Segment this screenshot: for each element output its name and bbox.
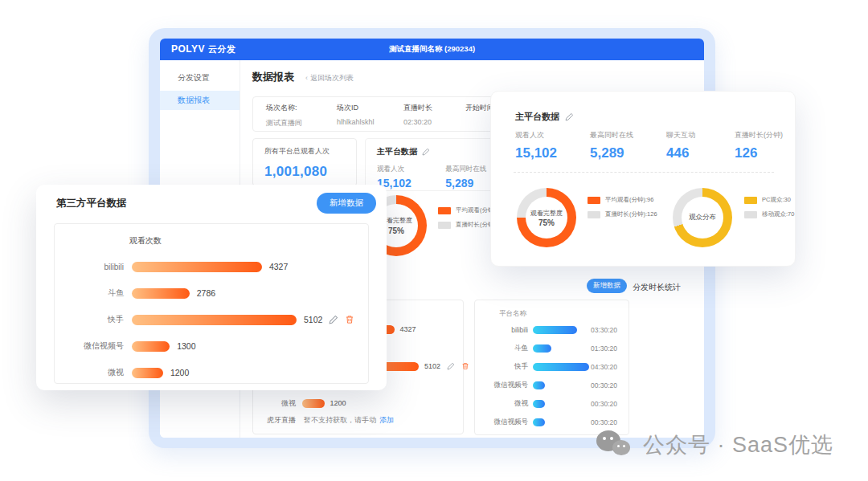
chevron-left-icon: ‹ — [305, 74, 308, 82]
main-platform-overlay-card: 主平台数据 观看人次 15,102 最高同时在线 5,289 聊天互动 446 … — [490, 91, 796, 267]
delete-icon[interactable] — [345, 315, 354, 324]
session-id-field: 场次ID hlhlkahlskhl — [337, 97, 375, 131]
edit-icon[interactable] — [565, 112, 574, 121]
completion-donut-chart: 观看完整度 75% — [517, 188, 576, 247]
bar-row: 微视 1200 — [55, 365, 368, 380]
session-name-field: 场次名称: 测试直播间 — [266, 97, 302, 131]
legend-swatch-gray — [744, 211, 757, 218]
page-title: 数据报表 — [252, 70, 294, 84]
legend-swatch-orange — [588, 197, 600, 204]
bar-row: bilibili 4327 — [55, 259, 368, 274]
edit-icon[interactable] — [447, 362, 455, 370]
completion-donut-section: 观看完整度 75% 平均观看(分钟):96 直播时长(分钟):126 — [366, 195, 508, 256]
stat-chat-interactions: 聊天互动 446 — [666, 130, 695, 161]
third-party-overlay-card: 第三方平台数据 新增数据 观看次数 bilibili 4327 斗鱼 2786 … — [36, 185, 387, 390]
stat-peak-online: 最高同时在线 5,289 — [590, 130, 633, 161]
views-bar — [302, 399, 325, 408]
views-chart-panel: 观看次数 bilibili 4327 斗鱼 2786 快手 5102 微信视频号 — [54, 223, 369, 384]
legend-swatch-gray — [588, 211, 600, 218]
app-header: POLYV云分发 测试直播间名称 (290234) — [160, 39, 704, 60]
screenshot-stage: POLYV云分发 测试直播间名称 (290234) 分发设置 数据报表 数据报表… — [0, 0, 868, 481]
table-row: 微视 00:30:20 — [475, 398, 628, 410]
overlay-main-title: 主平台数据 — [515, 111, 559, 123]
main-platform-card-title: 主平台数据 — [377, 146, 417, 157]
add-data-button[interactable]: 新增数据 — [587, 279, 627, 293]
duration-bar — [533, 344, 551, 353]
donut-center-label: 观众分布 — [689, 213, 716, 222]
audience-donut-legend: PC观众:30 移动观众:70 — [744, 196, 794, 225]
legend-swatch-yellow — [744, 197, 757, 204]
table-row: 微信视频号 00:30:20 — [475, 380, 628, 391]
table-row: 微信视频号 00:30:20 — [475, 417, 628, 428]
duration-bar — [533, 326, 577, 334]
views-bar — [132, 262, 262, 272]
views-chart-header: 观看次数 — [129, 235, 162, 247]
watermark-text: 公众号 · SaaS优选 — [643, 430, 833, 459]
delete-icon[interactable] — [461, 362, 469, 370]
duration-table-header: 平台名称 — [499, 309, 526, 319]
duration-bar — [533, 418, 545, 426]
donut-center-label: 观看完整度 — [530, 209, 563, 218]
views-bar — [132, 315, 297, 325]
add-manually-link[interactable]: 添加 — [379, 415, 394, 426]
duration-bar — [533, 400, 545, 408]
room-title: 测试直播间名称 (290234) — [160, 44, 704, 55]
total-views-value: 1,001,080 — [264, 164, 356, 180]
total-views-card: 所有平台总观看人次 1,001,080 — [252, 138, 357, 186]
watermark: 公众号 · SaaS优选 — [595, 427, 833, 463]
legend-swatch-orange — [438, 207, 451, 214]
duration-table-panel: 平台名称 bilibili 03:30:20 斗鱼 01:30:20 快手 — [474, 300, 629, 435]
stat-views: 观看人次 15,102 — [377, 157, 411, 190]
third-party-title: 第三方平台数据 — [56, 197, 127, 210]
edit-icon[interactable] — [329, 315, 338, 324]
donut-center-percent: 75% — [388, 226, 404, 235]
duration-bar — [533, 381, 545, 389]
donut-center-percent: 75% — [538, 218, 555, 227]
dashed-divider — [514, 172, 774, 173]
stat-views: 观看人次 15,102 — [515, 130, 557, 161]
views-bar — [132, 368, 163, 378]
duration-bar — [533, 363, 589, 371]
sidebar-item-data-report[interactable]: 数据报表 — [160, 91, 240, 110]
bar-row: 微视 1200 — [253, 397, 463, 410]
duration-section-title: 分发时长统计 — [633, 282, 681, 293]
live-duration-field: 直播时长 02:30:20 — [403, 97, 432, 131]
back-to-session-list-link[interactable]: ‹返回场次列表 — [305, 73, 354, 84]
table-row: 斗鱼 01:30:20 — [475, 343, 628, 354]
views-bar — [132, 288, 190, 299]
bar-row: 微信视频号 1300 — [55, 339, 368, 353]
legend-swatch-gray — [438, 222, 451, 229]
views-bar — [132, 341, 170, 352]
stat-live-minutes: 直播时长(分钟) 126 — [735, 130, 783, 161]
stat-peak-online: 最高同时在线 5,289 — [445, 157, 486, 190]
huya-note-row: 虎牙直播 暂不支持获取，请手动 添加 — [253, 415, 463, 426]
sidebar-item-distribution-settings[interactable]: 分发设置 — [160, 68, 240, 88]
table-row: bilibili 03:30:20 — [475, 324, 628, 336]
page-title-row: 数据报表 ‹返回场次列表 — [252, 70, 354, 84]
audience-donut-chart: 观众分布 — [673, 188, 732, 247]
bar-row: 斗鱼 2786 — [55, 286, 368, 300]
bar-row: 快手 5102 — [55, 312, 368, 327]
edit-icon[interactable] — [422, 148, 430, 156]
total-views-label: 所有平台总观看人次 — [264, 146, 356, 157]
add-data-button[interactable]: 新增数据 — [317, 193, 376, 214]
completion-donut-legend: 平均观看(分钟):96 直播时长(分钟):126 — [588, 196, 657, 225]
wechat-icon — [595, 427, 637, 463]
table-row: 快手 04:30:20 — [475, 361, 628, 373]
